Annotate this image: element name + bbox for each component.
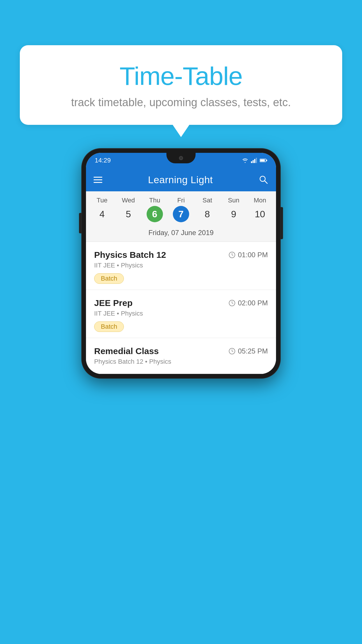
schedule-item-time: 02:00 PM: [229, 299, 268, 307]
wifi-icon: [242, 158, 249, 163]
day-number: 9: [226, 206, 242, 222]
day-label: Sun: [228, 197, 239, 204]
schedule-item-time: 01:00 PM: [229, 251, 268, 259]
status-time: 14:29: [95, 157, 111, 164]
app-bar: Learning Light: [86, 168, 276, 191]
schedule-item-header: Physics Batch 1201:00 PM: [94, 250, 268, 260]
notch: [166, 153, 196, 163]
schedule-item-title: JEE Prep: [94, 298, 133, 308]
app-title: Learning Light: [148, 174, 213, 186]
clock-icon: [229, 300, 236, 307]
schedule-item-subtitle: IIT JEE • Physics: [94, 262, 268, 269]
feature-subtitle: track timetable, upcoming classes, tests…: [37, 96, 325, 109]
menu-button[interactable]: [94, 177, 102, 183]
svg-rect-5: [266, 160, 267, 161]
schedule-item-title: Remedial Class: [94, 346, 159, 356]
day-label: Mon: [254, 197, 266, 204]
svg-line-8: [265, 181, 267, 183]
calendar-day-8[interactable]: Sat8: [196, 197, 219, 222]
day-label: Wed: [122, 197, 135, 204]
day-number: 4: [94, 206, 110, 222]
day-label: Thu: [149, 197, 160, 204]
clock-icon: [229, 348, 236, 355]
day-number: 5: [120, 206, 136, 222]
status-icons: [242, 158, 267, 163]
svg-rect-6: [260, 160, 265, 162]
schedule-item[interactable]: Physics Batch 1201:00 PMIIT JEE • Physic…: [86, 242, 276, 290]
day-label: Fri: [177, 197, 185, 204]
phone-mockup: 14:29: [82, 149, 280, 378]
selected-date: Friday, 07 June 2019: [86, 225, 276, 242]
intro-card: Time-Table track timetable, upcoming cla…: [20, 45, 342, 125]
calendar-day-4[interactable]: Tue4: [91, 197, 113, 222]
schedule-item-header: Remedial Class05:25 PM: [94, 346, 268, 356]
calendar-day-5[interactable]: Wed5: [117, 197, 140, 222]
signal-icon: [251, 158, 257, 163]
schedule-list: Physics Batch 1201:00 PMIIT JEE • Physic…: [86, 242, 276, 374]
schedule-item-subtitle: IIT JEE • Physics: [94, 310, 268, 317]
clock-icon: [229, 251, 236, 258]
status-bar: 14:29: [86, 153, 276, 168]
schedule-item-header: JEE Prep02:00 PM: [94, 298, 268, 308]
schedule-item[interactable]: JEE Prep02:00 PMIIT JEE • PhysicsBatch: [86, 290, 276, 338]
calendar-day-6[interactable]: Thu6: [143, 197, 166, 222]
speech-bubble: Time-Table track timetable, upcoming cla…: [20, 45, 342, 125]
phone-frame: 14:29: [82, 149, 280, 378]
batch-badge: Batch: [94, 321, 124, 332]
day-number: 6: [147, 206, 163, 222]
day-number: 8: [199, 206, 215, 222]
calendar-strip: Tue4Wed5Thu6Fri7Sat8Sun9Mon10 Friday, 07…: [86, 191, 276, 242]
schedule-item-subtitle: Physics Batch 12 • Physics: [94, 358, 268, 365]
schedule-item-time: 05:25 PM: [229, 347, 268, 355]
batch-badge: Batch: [94, 273, 124, 284]
svg-rect-2: [254, 159, 255, 163]
day-number: 7: [173, 206, 189, 222]
days-row: Tue4Wed5Thu6Fri7Sat8Sun9Mon10: [86, 197, 276, 222]
svg-rect-3: [256, 158, 257, 163]
battery-icon: [260, 158, 267, 162]
calendar-day-7[interactable]: Fri7: [170, 197, 192, 222]
camera: [179, 156, 183, 160]
day-number: 10: [252, 206, 268, 222]
schedule-item[interactable]: Remedial Class05:25 PMPhysics Batch 12 •…: [86, 338, 276, 374]
day-label: Tue: [97, 197, 108, 204]
day-label: Sat: [203, 197, 212, 204]
feature-title: Time-Table: [37, 61, 325, 91]
calendar-day-10[interactable]: Mon10: [249, 197, 271, 222]
search-icon[interactable]: [259, 175, 268, 185]
schedule-item-title: Physics Batch 12: [94, 250, 166, 260]
svg-rect-1: [253, 160, 254, 163]
svg-rect-0: [251, 161, 252, 163]
calendar-day-9[interactable]: Sun9: [222, 197, 245, 222]
phone-screen: 14:29: [86, 153, 276, 374]
